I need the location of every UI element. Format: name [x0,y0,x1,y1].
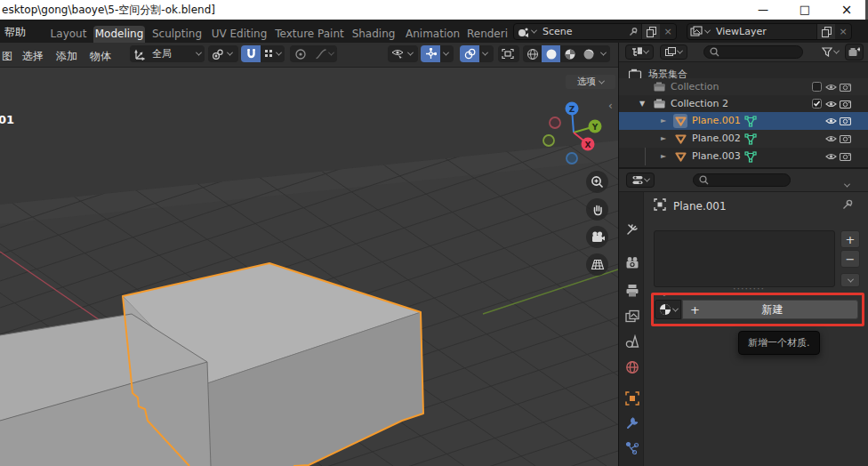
workspace-tab-animation[interactable]: Animation [406,26,459,43]
scene-name[interactable]: Scene [539,26,625,37]
tab-scene-icon[interactable] [625,334,639,349]
eye-icon[interactable] [825,83,837,92]
outliner-search-input[interactable] [703,45,803,59]
close-viewlayer-icon[interactable]: × [835,24,851,39]
outliner-filter-dropdown[interactable] [818,44,841,60]
menu-object[interactable]: 物体 [90,49,111,64]
viewlayer-icon[interactable] [687,24,712,39]
menu-select[interactable]: 选择 [22,49,44,64]
expand-collapsed-icon[interactable]: ► [661,152,666,160]
outliner-row-plane-003[interactable]: ► Plane.003 [619,148,868,165]
copy-viewlayer-icon[interactable] [816,24,835,39]
menu-add[interactable]: 添加 [56,49,77,64]
workspace-tab-layout[interactable]: Layout [46,26,91,43]
maximize-button[interactable]: □ [790,0,820,20]
outliner-display-mode-dropdown[interactable] [660,44,687,60]
sidebar-collapse-icon[interactable]: ‹ [608,100,613,112]
viewport-options-dropdown[interactable]: 选项 [566,75,615,89]
checkbox-checked-icon[interactable] [812,99,822,108]
pivot-point-dropdown[interactable] [208,45,238,62]
outliner-row-plane-001[interactable]: ► Plane.001 [619,112,868,130]
gizmo-dropdown[interactable] [440,45,452,62]
eye-icon[interactable] [825,116,837,125]
checkbox-unchecked-icon[interactable] [812,82,822,92]
outliner-row-plane-002[interactable]: ► Plane.002 [619,130,868,148]
copy-scene-icon[interactable] [641,24,660,39]
scene-selector[interactable]: Scene × [513,23,677,40]
proportional-edit-toggle[interactable] [290,45,311,62]
remove-slot-button[interactable]: − [840,250,860,268]
visibility-dropdown[interactable] [388,45,418,62]
properties-options-dropdown[interactable] [845,178,849,190]
menu-help[interactable]: 帮助 [4,25,26,40]
expand-collapsed-icon[interactable]: ► [661,116,666,125]
shading-material[interactable] [560,45,579,62]
shading-solid[interactable] [542,45,560,62]
breadcrumb-object-name[interactable]: Plane.001 [673,200,727,213]
camera-icon[interactable] [840,116,851,125]
camera-view-button[interactable] [586,226,608,248]
camera-icon[interactable] [840,134,851,143]
tab-tool-icon[interactable] [625,222,639,237]
editor-type-properties-dropdown[interactable] [626,173,655,188]
editor-type-outliner-dropdown[interactable] [625,44,654,60]
viewlayer-name[interactable]: ViewLayer [712,26,816,37]
gizmo-neg-z[interactable] [567,153,577,164]
scene-icon[interactable] [514,24,539,39]
orthographic-toggle-button[interactable] [586,253,608,276]
viewlayer-selector[interactable]: ViewLayer × [687,23,852,40]
tab-render-icon[interactable] [625,256,639,269]
tab-particles-icon[interactable] [625,441,639,455]
viewport-3d[interactable]: Z Y X [0,68,618,466]
tab-world-icon[interactable] [625,360,639,374]
gizmos-toggle[interactable] [421,45,440,62]
workspace-tab-texture-paint[interactable]: Texture Paint [274,26,345,43]
slot-specials-dropdown[interactable] [840,273,860,287]
tab-object-icon[interactable] [625,391,639,406]
new-material-button[interactable]: + 新建 [682,300,858,319]
menu-view[interactable]: 图 [2,49,12,64]
overlays-toggle[interactable] [460,45,479,62]
zoom-tool-button[interactable] [586,171,608,193]
tab-modifiers-icon[interactable] [625,416,639,430]
overlays-dropdown[interactable] [479,45,491,62]
shading-wireframe[interactable] [523,45,542,62]
pan-tool-button[interactable] [586,198,608,221]
eye-icon[interactable] [825,100,837,108]
pin-icon[interactable] [625,24,641,39]
shading-dropdown[interactable] [598,45,609,62]
camera-icon[interactable] [840,100,851,108]
gizmo-neg-x[interactable] [550,117,560,128]
outliner-row-collection[interactable]: Collection [619,78,868,95]
browse-material-dropdown[interactable] [655,300,681,319]
expand-expanded-icon[interactable]: ▼ [639,100,645,108]
expand-collapsed-icon[interactable]: ► [661,134,666,142]
close-button[interactable]: × [832,0,862,20]
camera-icon[interactable] [840,152,851,161]
xray-toggle[interactable] [498,45,519,62]
workspace-tab-uv-editing[interactable]: UV Editing [211,26,268,43]
outliner-row-collection-2[interactable]: ▼ Collection 2 [619,95,868,112]
shading-rendered[interactable] [579,45,598,62]
minimize-button[interactable]: — [748,0,778,20]
transform-orientation-dropdown[interactable]: 全局 [130,45,205,62]
properties-search-input[interactable] [693,173,791,187]
workspace-tab-sculpting[interactable]: Sculpting [149,26,205,43]
gizmo-neg-y[interactable] [543,135,554,146]
panel-drag-handle[interactable]: ········ [733,283,765,294]
workspace-tab-modeling[interactable]: Modeling [93,26,145,43]
snap-to-dropdown[interactable] [261,45,285,62]
camera-icon[interactable] [840,83,851,92]
tab-view-layer-icon[interactable] [625,309,639,323]
workspace-tab-rendering[interactable]: Renderi [466,26,509,43]
eye-icon[interactable] [825,152,837,161]
eye-icon[interactable] [825,134,837,143]
material-slot-list[interactable] [654,230,835,287]
pin-icon[interactable] [841,198,854,211]
add-slot-button[interactable]: + [840,230,860,248]
new-collection-button[interactable] [845,44,864,60]
falloff-dropdown[interactable] [311,45,337,62]
workspace-tab-shading[interactable]: Shading [350,26,397,43]
close-scene-icon[interactable]: × [660,24,676,39]
tab-output-icon[interactable] [625,284,639,297]
